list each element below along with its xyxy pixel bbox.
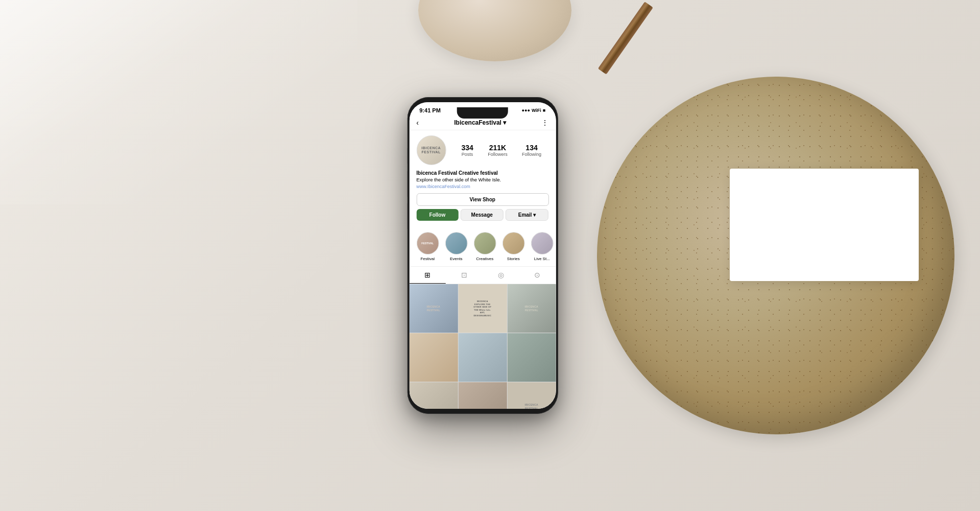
post-item-1[interactable]: IBICENCAFESTIVAL (409, 284, 458, 333)
email-button[interactable]: Email ▾ (506, 209, 548, 221)
highlight-label-live: Live St... (534, 257, 550, 261)
highlight-festival[interactable]: FESTIVAL Festival (416, 232, 439, 261)
highlight-stories[interactable]: Stories (502, 232, 524, 261)
profile-section: IBICENCA FESTIVAL 334 Posts 211K Followe… (409, 130, 556, 230)
highlight-events[interactable]: Events (445, 232, 467, 261)
tab-grid[interactable]: ⊞ (409, 267, 446, 284)
highlight-circle-creatives (473, 232, 496, 254)
nav-dropdown-icon[interactable]: ▾ (503, 119, 506, 126)
highlight-label-events: Events (450, 257, 462, 261)
profile-username-nav: IbicencaFestival ▾ (454, 119, 506, 126)
bio-name: Ibicenca Festival Creative festival (416, 170, 548, 176)
followers-stat[interactable]: 211K Followers (488, 144, 508, 157)
tab-tagged[interactable]: ◎ (483, 267, 519, 284)
post-item-3[interactable]: IBICENCAFESTIVAL (507, 284, 556, 333)
profile-avatar: IBICENCA FESTIVAL (416, 135, 446, 165)
action-buttons: Follow Message Email ▾ (416, 209, 548, 221)
highlight-label-festival: Festival (420, 257, 435, 261)
message-button[interactable]: Message (461, 209, 504, 221)
post-item-6[interactable] (507, 333, 556, 382)
signal-icon: ●●● (522, 108, 530, 113)
profile-header: IBICENCA FESTIVAL 334 Posts 211K Followe… (416, 135, 548, 165)
highlight-creatives[interactable]: Creatives (473, 232, 496, 261)
highlight-live[interactable]: Live St... (531, 232, 553, 261)
tab-profile-view[interactable]: ⊙ (519, 267, 556, 284)
highlight-circle-stories (502, 232, 524, 254)
post-item-9[interactable]: IBICENCAFESTIVAL (507, 382, 556, 409)
bio-description: Explore the other side of the White Isle… (416, 177, 548, 183)
white-card-decoration (730, 169, 919, 281)
tab-reels[interactable]: ⊡ (446, 267, 483, 284)
view-shop-button[interactable]: View Shop (416, 193, 548, 206)
phone-mockup: 9:41 PM ●●● WiFi ■ ‹ IbicencaFestival ▾ … (407, 97, 558, 414)
more-options-button[interactable]: ⋮ (541, 119, 548, 127)
bio-section: Ibicenca Festival Creative festival Expl… (416, 170, 548, 189)
post-item-7[interactable] (409, 382, 458, 409)
highlight-circle-live (531, 232, 553, 254)
profile-stats: 334 Posts 211K Followers 134 Following (454, 144, 548, 157)
avatar-text: IBICENCA FESTIVAL (421, 146, 441, 155)
post-item-4[interactable] (409, 333, 458, 382)
highlight-circle-festival: FESTIVAL (416, 232, 439, 254)
battery-icon: ■ (543, 108, 545, 113)
highlight-label-creatives: Creatives (476, 257, 493, 261)
posts-stat: 334 Posts (461, 144, 473, 157)
follow-button[interactable]: Follow (416, 209, 458, 221)
back-button[interactable]: ‹ (416, 119, 419, 127)
highlight-circle-events (445, 232, 467, 254)
highlight-label-stories: Stories (507, 257, 520, 261)
phone-notch (457, 107, 508, 119)
wifi-icon: WiFi (532, 108, 541, 113)
status-icons: ●●● WiFi ■ (522, 108, 546, 113)
content-tab-bar: ⊞ ⊡ ◎ ⊙ (409, 266, 556, 284)
post-item-8[interactable] (458, 382, 507, 409)
dropdown-arrow-icon: ▾ (533, 212, 536, 218)
phone-screen: 9:41 PM ●●● WiFi ■ ‹ IbicencaFestival ▾ … (409, 102, 556, 409)
posts-grid: IBICENCAFESTIVAL IBICENCAEXPLORE THEOTHE… (409, 284, 556, 409)
bio-link[interactable]: www.IbicencaFestival.com (416, 184, 548, 189)
highlights-section: FESTIVAL Festival Events Creatives (409, 230, 556, 266)
post-item-2[interactable]: IBICENCAEXPLORE THEOTHER SIDE OFTHE Whit… (458, 284, 507, 333)
post-item-5[interactable] (458, 333, 507, 382)
phone-body: 9:41 PM ●●● WiFi ■ ‹ IbicencaFestival ▾ … (407, 97, 558, 414)
following-stat[interactable]: 134 Following (522, 144, 541, 157)
status-time: 9:41 PM (419, 107, 441, 113)
